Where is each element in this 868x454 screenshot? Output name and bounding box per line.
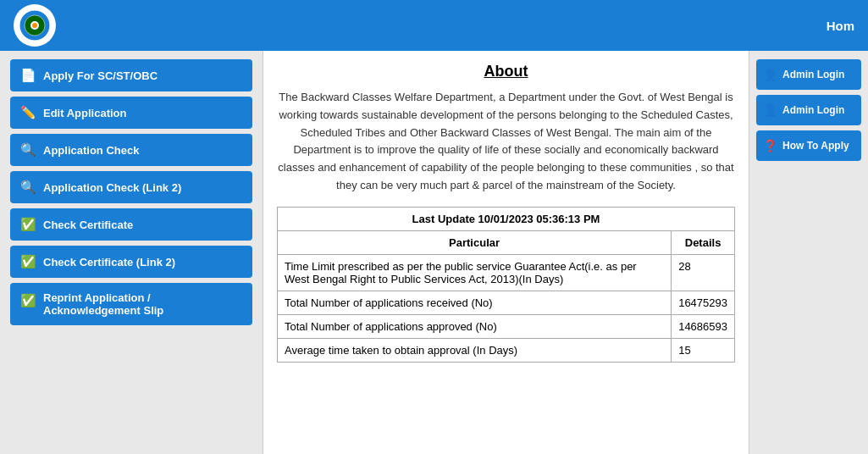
document-icon: 📄 bbox=[20, 68, 36, 83]
check-icon-2: ✅ bbox=[20, 254, 36, 269]
sidebar-btn-check-certificate[interactable]: ✅ Check Certificate bbox=[10, 208, 252, 241]
sidebar-btn-reprint-application[interactable]: ✅ Reprint Application / Acknowledgement … bbox=[10, 283, 252, 325]
sidebar-btn-application-check-link2[interactable]: 🔍 Application Check (Link 2) bbox=[10, 171, 252, 203]
sidebar-btn-check-certificate-link2[interactable]: ✅ Check Certificate (Link 2) bbox=[10, 246, 252, 278]
about-text: The Backward Classes Welfare Department,… bbox=[277, 89, 735, 195]
row3-particular: Total Number of applications approved (N… bbox=[278, 314, 672, 338]
question-icon: ❓ bbox=[763, 139, 777, 152]
info-table: Last Update 10/01/2023 05:36:13 PM Parti… bbox=[277, 207, 735, 363]
reprint-icon: ✅ bbox=[20, 293, 36, 308]
row4-details: 15 bbox=[672, 338, 735, 362]
row2-particular: Total Number of applications received (N… bbox=[278, 291, 672, 314]
row1-details: 28 bbox=[672, 254, 735, 291]
user-icon-2: 👤 bbox=[763, 103, 777, 117]
check-icon: ✅ bbox=[20, 217, 36, 232]
sidebar-btn-apply-sc-st-obc[interactable]: 📄 Apply For SC/ST/OBC bbox=[10, 59, 252, 91]
table-row: Average time taken to obtain approval (I… bbox=[278, 338, 735, 362]
last-update-cell: Last Update 10/01/2023 05:36:13 PM bbox=[278, 207, 735, 230]
search-icon-2: 🔍 bbox=[20, 180, 36, 195]
table-row: Total Number of applications approved (N… bbox=[278, 314, 735, 338]
last-update-row: Last Update 10/01/2023 05:36:13 PM bbox=[278, 207, 735, 230]
center-content: About The Backward Classes Welfare Depar… bbox=[263, 51, 749, 454]
sidebar-btn-application-check[interactable]: 🔍 Application Check bbox=[10, 134, 252, 166]
row1-particular: Time Limit prescribed as per the public … bbox=[278, 254, 672, 291]
right-sidebar: 👤 Admin Login 👤 Admin Login ❓ How To App… bbox=[749, 51, 868, 454]
nav-home-link[interactable]: Hom bbox=[827, 19, 854, 33]
search-icon: 🔍 bbox=[20, 142, 36, 158]
sidebar-btn-edit-application[interactable]: ✏️ Edit Application bbox=[10, 97, 252, 129]
row4-particular: Average time taken to obtain approval (I… bbox=[278, 338, 672, 362]
table-header-row: Particular Details bbox=[278, 230, 735, 254]
right-btn-admin-login-1[interactable]: 👤 Admin Login bbox=[756, 59, 861, 90]
row3-details: 14686593 bbox=[672, 314, 735, 338]
edit-icon: ✏️ bbox=[20, 105, 36, 120]
right-btn-admin-login-2[interactable]: 👤 Admin Login bbox=[756, 95, 861, 125]
col-particular: Particular bbox=[278, 230, 672, 254]
right-btn-how-to-apply[interactable]: ❓ How To Apply bbox=[756, 130, 861, 161]
table-row: Total Number of applications received (N… bbox=[278, 291, 735, 314]
about-title: About bbox=[277, 63, 735, 80]
site-logo bbox=[14, 4, 56, 47]
svg-point-3 bbox=[32, 23, 37, 28]
left-sidebar: 📄 Apply For SC/ST/OBC ✏️ Edit Applicatio… bbox=[0, 51, 263, 454]
main-layout: 📄 Apply For SC/ST/OBC ✏️ Edit Applicatio… bbox=[0, 51, 868, 454]
col-details: Details bbox=[672, 230, 735, 254]
top-navbar: Hom bbox=[0, 0, 868, 51]
table-row: Time Limit prescribed as per the public … bbox=[278, 254, 735, 291]
user-icon-1: 👤 bbox=[763, 68, 777, 81]
row2-details: 16475293 bbox=[672, 291, 735, 314]
